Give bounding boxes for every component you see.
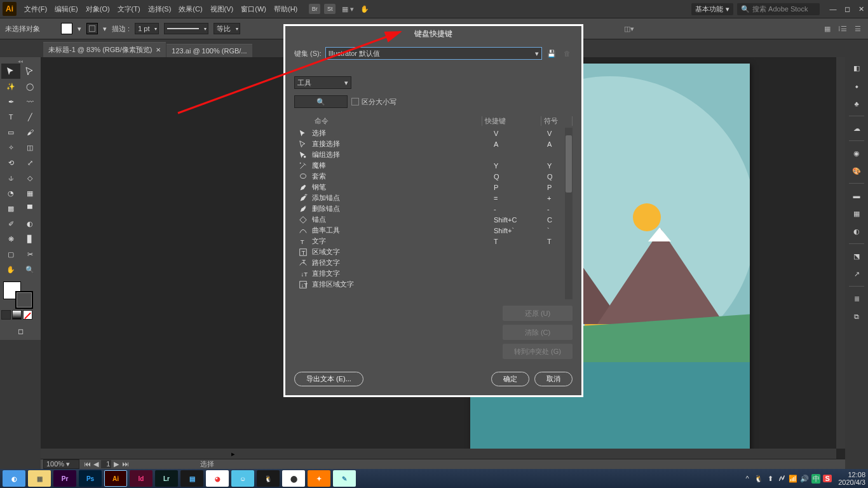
shortcut-row[interactable]: 直接选择AA — [294, 139, 573, 149]
rotate-tool[interactable]: ⟲ — [1, 155, 20, 170]
fill-stroke-control[interactable] — [1, 280, 39, 309]
vertical-scrollbar[interactable] — [836, 57, 845, 449]
lasso-tool[interactable]: ◯ — [20, 79, 39, 94]
shortcut-row[interactable]: -删除锚点-- — [294, 203, 573, 214]
curvature-tool[interactable]: 〰 — [20, 94, 39, 109]
menu-file[interactable]: 文件(F) — [20, 0, 51, 18]
shape-builder-tool[interactable]: ◔ — [1, 186, 20, 201]
mesh-tool[interactable]: ▩ — [1, 201, 20, 216]
stroke-weight-input[interactable]: 1 pt — [135, 23, 159, 34]
shortcut-row[interactable]: T路径文字 — [294, 257, 573, 268]
taskbar-app[interactable]: ✦ — [308, 470, 330, 487]
shortcut-row[interactable]: 套索QQ — [294, 171, 573, 182]
cc-panel-icon[interactable]: ☁ — [848, 120, 865, 137]
shortcut-row[interactable]: 编组选择 — [294, 149, 573, 160]
taskbar-app[interactable]: ◕ — [206, 470, 229, 487]
taskbar-app[interactable]: 🐧 — [257, 470, 280, 487]
appearance-panel-icon[interactable]: ⬔ — [848, 248, 865, 264]
screen-mode[interactable]: ◻ — [11, 323, 30, 339]
fill-swatch[interactable] — [61, 23, 72, 34]
prefs-icon[interactable]: ⁞☰ — [837, 24, 848, 34]
paintbrush-tool[interactable]: 🖌 — [20, 125, 39, 140]
menu-help[interactable]: 帮助(H) — [270, 0, 301, 18]
artboards-panel-icon[interactable]: ⧉ — [848, 308, 865, 325]
document-tab[interactable]: 123.ai @ 100% (RGB/... — [166, 44, 252, 57]
minimize-button[interactable]: — — [829, 5, 837, 13]
case-sensitive-checkbox[interactable]: 区分大小写 — [351, 97, 397, 107]
gradient-tool[interactable]: ▀ — [20, 201, 39, 216]
direct-selection-tool[interactable] — [20, 64, 39, 79]
menu-object[interactable]: 对象(O) — [82, 0, 114, 18]
menu-edit[interactable]: 编辑(E) — [51, 0, 82, 18]
ok-button[interactable]: 确定 — [491, 372, 529, 386]
artboard-tool[interactable]: ▢ — [1, 247, 20, 262]
clock[interactable]: 12:08 2020/4/3 — [838, 471, 865, 486]
save-set-icon[interactable]: 💾 — [546, 48, 557, 59]
menu-window[interactable]: 窗口(W) — [237, 0, 270, 18]
graph-tool[interactable]: ▊ — [20, 231, 39, 247]
taskbar-app[interactable]: Lr — [155, 470, 178, 487]
shortcut-row[interactable]: T区域文字 — [294, 247, 573, 257]
layers-panel-icon[interactable]: ≣ — [848, 290, 865, 307]
taskbar-app[interactable]: ☺ — [231, 470, 254, 487]
hand-tool[interactable]: ✋ — [1, 262, 20, 277]
eraser-tool[interactable]: ◫ — [20, 140, 39, 155]
menu-view[interactable]: 视图(V) — [207, 0, 238, 18]
graphic-styles-panel-icon[interactable]: ↗ — [848, 266, 865, 282]
toolbox-handle[interactable]: ◂◂ — [1, 58, 39, 64]
selection-tool[interactable] — [1, 64, 20, 79]
none-mode[interactable] — [23, 310, 32, 320]
color-mode[interactable] — [1, 310, 11, 320]
taskbar-app[interactable]: Ps — [79, 470, 102, 487]
align-icon[interactable]: ◫▾ — [624, 24, 634, 34]
menu-select[interactable]: 选择(S) — [144, 0, 175, 18]
gradient-panel-icon[interactable]: ▦ — [848, 205, 865, 222]
taskbar-app[interactable]: ◐ — [3, 470, 25, 487]
taskbar-app[interactable]: Ai — [104, 470, 127, 487]
taskbar-app[interactable]: ▦ — [28, 470, 51, 487]
doc-setup-icon[interactable]: ▦ — [822, 24, 832, 34]
brush-def[interactable]: 等比 — [214, 23, 240, 34]
libraries-panel-icon[interactable]: ⬥ — [848, 78, 865, 94]
dialog-scrollbar[interactable] — [565, 128, 573, 299]
gradient-mode[interactable] — [12, 310, 22, 320]
taskbar-app[interactable]: Pr — [53, 470, 76, 487]
category-select[interactable]: 工具▾ — [294, 76, 351, 89]
shortcut-row[interactable]: ↓T直排文字 — [294, 268, 573, 279]
cancel-button[interactable]: 取消 — [534, 372, 573, 386]
slice-tool[interactable]: ✂ — [20, 247, 39, 262]
shaper-tool[interactable]: ✧ — [1, 140, 20, 155]
shortcut-set-select[interactable]: Illustrator 默认值▾ — [325, 47, 542, 60]
menu-effect[interactable]: 效果(C) — [175, 0, 206, 18]
shortcut-row[interactable]: T文字TT — [294, 236, 573, 247]
properties-panel-icon[interactable]: ◧ — [848, 60, 865, 76]
stroke-swatch[interactable] — [86, 23, 98, 34]
free-transform-tool[interactable]: ◇ — [20, 170, 39, 186]
swatches-panel-icon[interactable]: 🎨 — [848, 163, 865, 179]
shortcuts-list[interactable]: 选择VV直接选择AA编组选择魔棒YY套索QQ钢笔PP+添加锚点=+-删除锚点--… — [294, 128, 573, 299]
shortcut-row[interactable]: 曲率工具Shift+`` — [294, 225, 573, 236]
close-tab-icon[interactable]: ✕ — [156, 46, 161, 53]
color-panel-icon[interactable]: ◉ — [848, 145, 865, 161]
taskbar-app[interactable]: Id — [130, 470, 153, 487]
maximize-button[interactable]: ◻ — [843, 5, 851, 13]
horizontal-scrollbar[interactable]: ▸ — [41, 449, 836, 459]
line-tool[interactable]: ╱ — [20, 109, 39, 125]
stock-search-input[interactable]: 🔍 搜索 Adobe Stock — [737, 3, 820, 15]
type-tool[interactable]: T — [1, 109, 20, 125]
export-text-button[interactable]: 导出文本 (E)... — [294, 372, 363, 386]
panel-menu-icon[interactable]: ☰ — [853, 24, 863, 34]
artboard-nav[interactable]: ⏮◀ 1 ▶⏭ — [83, 460, 129, 468]
perspective-tool[interactable]: ▦ — [20, 186, 39, 201]
taskbar-app[interactable]: ⬤ — [282, 470, 305, 487]
rectangle-tool[interactable]: ▭ — [1, 125, 20, 140]
close-button[interactable]: ✕ — [857, 5, 865, 13]
shortcut-row[interactable]: 钢笔PP — [294, 182, 573, 193]
blend-tool[interactable]: ◐ — [20, 216, 39, 231]
taskbar-app[interactable]: ✎ — [333, 470, 356, 487]
symbol-sprayer-tool[interactable]: ❋ — [1, 231, 20, 247]
workspace-switcher[interactable]: 基本功能▾ — [691, 3, 733, 15]
gpu-icon[interactable]: ✋ — [360, 5, 369, 13]
arrange-docs-icon[interactable]: ▦ ▾ — [342, 5, 354, 13]
system-tray[interactable]: ^ 🐧 ⬆ 🗲 📶 🔊 中 S 12:08 2020/4/3 — [743, 471, 865, 486]
